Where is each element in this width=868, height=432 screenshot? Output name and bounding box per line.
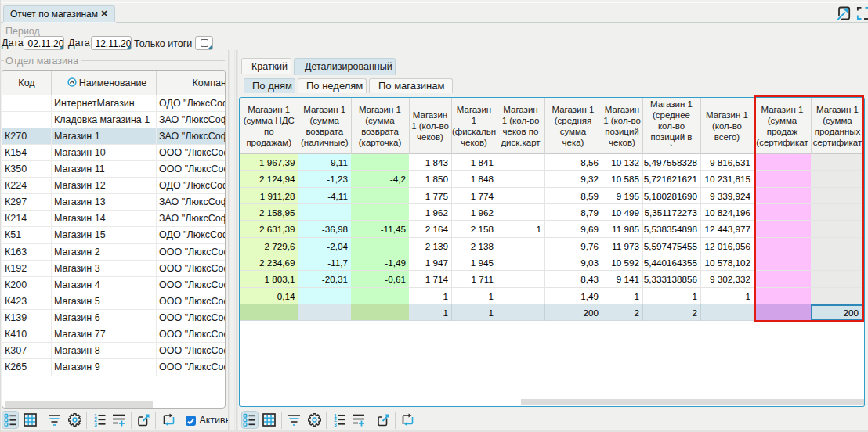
svg-text:3: 3 [94, 422, 97, 427]
svg-text:3: 3 [334, 422, 337, 427]
